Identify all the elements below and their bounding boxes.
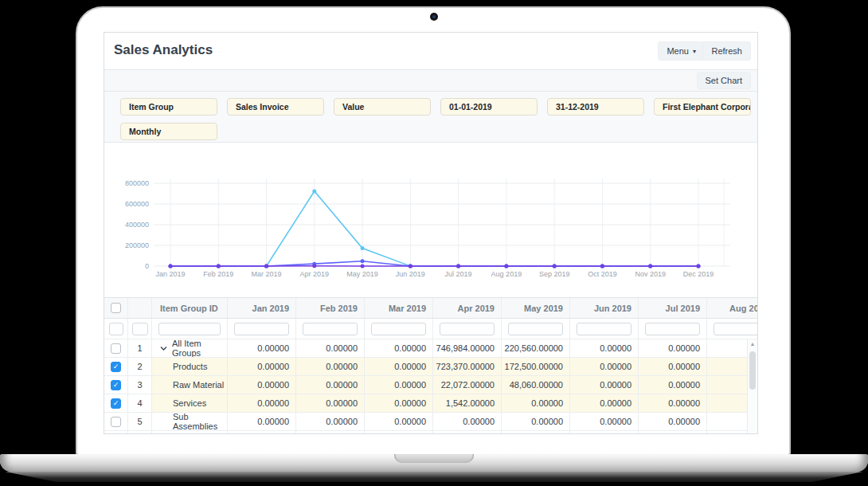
value-cell[interactable]: 0.00000 bbox=[296, 376, 365, 394]
value-cell[interactable]: 0.00000 bbox=[228, 339, 296, 357]
column-header-month[interactable]: Mar 2019 bbox=[365, 298, 433, 318]
data-point[interactable] bbox=[312, 264, 316, 268]
filter-chip[interactable]: 01-01-2019 bbox=[440, 98, 538, 116]
data-point[interactable] bbox=[264, 265, 268, 268]
item-group-name-cell[interactable]: All Item Groups bbox=[152, 339, 228, 357]
set-chart-button[interactable]: Set Chart bbox=[697, 72, 751, 89]
row-checkbox-checked[interactable]: ✓ bbox=[111, 362, 121, 372]
column-header-month[interactable]: Jun 2019 bbox=[570, 298, 639, 318]
row-checkbox-unchecked[interactable] bbox=[111, 417, 121, 427]
filter-chip[interactable]: 31-12-2019 bbox=[547, 98, 644, 116]
scroll-up-icon[interactable]: ▲ bbox=[748, 341, 757, 347]
column-filter-input[interactable] bbox=[645, 323, 700, 335]
menu-button[interactable]: Menu ▾ bbox=[658, 41, 705, 61]
header-checkbox-cell[interactable] bbox=[104, 298, 128, 318]
column-filter-input[interactable] bbox=[303, 323, 358, 335]
column-filter-input[interactable] bbox=[234, 323, 289, 335]
value-cell[interactable]: 0.00000 bbox=[502, 394, 570, 412]
chevron-down-icon[interactable] bbox=[160, 346, 167, 351]
value-cell[interactable]: 0.00000 bbox=[365, 394, 433, 412]
row-checkbox-checked[interactable]: ✓ bbox=[111, 380, 121, 390]
data-point[interactable] bbox=[553, 265, 557, 268]
column-header-month[interactable]: Jul 2019 bbox=[639, 298, 707, 318]
column-filter-input[interactable] bbox=[714, 323, 757, 335]
filter-chip[interactable]: Item Group bbox=[120, 98, 217, 116]
filter-chip[interactable]: Monthly bbox=[120, 123, 217, 140]
column-header-month[interactable]: Aug 2019 bbox=[707, 298, 757, 318]
value-cell[interactable]: 0.00000 bbox=[365, 339, 433, 357]
data-point[interactable] bbox=[169, 265, 173, 268]
value-cell[interactable]: 0.00000 bbox=[570, 376, 639, 394]
value-cell[interactable]: 22,072.00000 bbox=[433, 376, 502, 394]
column-filter-input[interactable] bbox=[577, 323, 631, 335]
column-header-month[interactable]: Apr 2019 bbox=[433, 298, 502, 318]
value-cell[interactable]: 48,060.00000 bbox=[502, 376, 570, 394]
column-header-month[interactable]: May 2019 bbox=[502, 298, 570, 318]
value-cell[interactable]: 0.00000 bbox=[570, 394, 639, 412]
row-checkbox-cell[interactable] bbox=[104, 413, 128, 430]
row-checkbox-cell[interactable]: ✓ bbox=[104, 358, 128, 375]
data-point[interactable] bbox=[361, 259, 365, 263]
value-cell[interactable]: 0.00000 bbox=[296, 394, 365, 412]
value-cell[interactable]: 1,542.00000 bbox=[433, 394, 502, 412]
row-checkbox-cell[interactable]: ✓ bbox=[104, 376, 128, 394]
data-point[interactable] bbox=[409, 265, 412, 268]
value-cell[interactable]: 723,370.00000 bbox=[433, 358, 502, 375]
value-cell[interactable]: 0.00000 bbox=[365, 413, 433, 430]
value-cell[interactable]: 220,560.00000 bbox=[502, 339, 570, 357]
value-cell[interactable]: 0.00000 bbox=[228, 413, 296, 430]
data-point[interactable] bbox=[312, 189, 316, 193]
column-header-month[interactable]: Feb 2019 bbox=[296, 298, 365, 318]
filter-chip[interactable]: First Elephant Corporation bbox=[654, 98, 751, 116]
item-group-name-cell[interactable]: Services bbox=[152, 394, 228, 412]
data-point[interactable] bbox=[456, 265, 460, 268]
column-filter-input[interactable] bbox=[158, 323, 221, 335]
data-point[interactable] bbox=[648, 265, 652, 268]
value-cell[interactable]: 0.00000 bbox=[365, 358, 433, 375]
column-filter-input[interactable] bbox=[508, 323, 563, 335]
item-group-name-cell[interactable]: Raw Material bbox=[152, 376, 228, 394]
value-cell[interactable]: 0.00000 bbox=[296, 413, 365, 430]
value-cell[interactable]: 0.00000 bbox=[433, 413, 502, 430]
data-point[interactable] bbox=[504, 265, 508, 268]
value-cell[interactable]: 0.00000 bbox=[228, 394, 296, 412]
scrollbar-thumb[interactable] bbox=[749, 351, 756, 390]
vertical-scrollbar[interactable]: ▲ bbox=[747, 339, 757, 433]
value-cell[interactable]: 0.00000 bbox=[570, 358, 639, 375]
refresh-button[interactable]: Refresh bbox=[702, 41, 751, 61]
value-cell[interactable]: 0.00000 bbox=[502, 413, 570, 430]
value-cell[interactable]: 0.00000 bbox=[639, 358, 707, 375]
value-cell[interactable]: 0.00000 bbox=[228, 358, 296, 375]
value-cell[interactable]: 0.00000 bbox=[570, 339, 639, 357]
row-checkbox-unchecked[interactable] bbox=[111, 343, 121, 354]
row-checkbox-cell[interactable]: ✓ bbox=[104, 394, 128, 412]
filter-chip[interactable]: Sales Invoice bbox=[227, 98, 324, 116]
data-point[interactable] bbox=[361, 265, 365, 268]
item-group-name-cell[interactable]: Products bbox=[152, 358, 228, 375]
select-all-checkbox[interactable] bbox=[111, 303, 121, 313]
value-cell[interactable]: 172,500.00000 bbox=[502, 358, 570, 375]
value-cell[interactable]: 0.00000 bbox=[639, 376, 707, 394]
value-cell[interactable]: 0.00000 bbox=[570, 413, 639, 430]
value-cell[interactable]: 0.00000 bbox=[639, 413, 707, 430]
value-cell[interactable]: 746,984.00000 bbox=[433, 339, 502, 357]
row-checkbox-checked[interactable]: ✓ bbox=[111, 398, 121, 409]
value-cell[interactable]: 0.00000 bbox=[296, 358, 365, 375]
column-filter-input[interactable] bbox=[440, 323, 495, 335]
item-group-name-cell[interactable]: Sub Assemblies bbox=[152, 413, 228, 430]
column-header-month[interactable]: Jan 2019 bbox=[228, 298, 296, 318]
column-filter-input[interactable] bbox=[371, 323, 426, 335]
column-filter-input[interactable] bbox=[132, 323, 148, 335]
data-point[interactable] bbox=[217, 265, 221, 268]
filter-chip[interactable]: Value bbox=[334, 98, 431, 116]
data-point[interactable] bbox=[696, 265, 700, 268]
value-cell[interactable]: 0.00000 bbox=[639, 394, 707, 412]
column-filter-input[interactable] bbox=[109, 323, 123, 335]
data-point[interactable] bbox=[600, 265, 604, 268]
value-cell[interactable]: 0.00000 bbox=[228, 376, 296, 394]
value-cell[interactable]: 0.00000 bbox=[365, 376, 433, 394]
value-cell[interactable]: 0.00000 bbox=[296, 339, 365, 357]
column-header-item-group[interactable]: Item Group ID bbox=[152, 298, 228, 318]
data-point[interactable] bbox=[361, 246, 365, 250]
value-cell[interactable]: 0.00000 bbox=[639, 339, 707, 357]
